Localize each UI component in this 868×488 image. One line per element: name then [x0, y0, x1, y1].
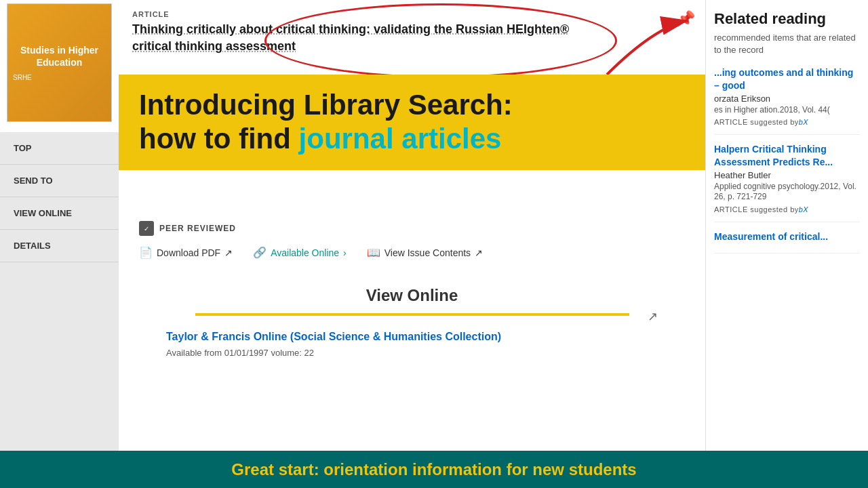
- bottom-banner: Great start: orientation information for…: [0, 451, 868, 488]
- related-item-title[interactable]: Measurement of critical...: [714, 230, 860, 243]
- article-title[interactable]: Thinking critically about critical think…: [132, 21, 573, 55]
- view-online-section: View Online ↗ Taylor & Francis Online (S…: [139, 279, 685, 364]
- peer-reviewed-badge: ✓ PEER REVIEWED: [139, 221, 685, 236]
- book-cover: Studies in Higher Education SRHE: [7, 3, 112, 122]
- related-item-title[interactable]: ...ing outcomes and al thinking – good: [714, 66, 860, 91]
- related-item-author: orzata Erikson: [714, 94, 860, 104]
- main-content: ARTICLE Thinking critically about critic…: [119, 0, 705, 451]
- related-item-author: Heather Butler: [714, 170, 860, 180]
- related-title: Related reading: [714, 10, 860, 28]
- view-online-title: View Online: [139, 286, 685, 305]
- provider-name[interactable]: Taylor & Francis Online (Social Science …: [166, 329, 658, 344]
- suggested-bx: bX: [799, 205, 808, 214]
- suggested-bx: bX: [799, 118, 808, 126]
- chain-icon: 🔗: [253, 246, 267, 259]
- action-links: 📄 Download PDF ↗ 🔗 Available Online › 📖 …: [139, 246, 685, 259]
- external-link-icon: ↗: [224, 247, 233, 258]
- related-item-title[interactable]: Halpern Critical Thinking Assessment Pre…: [714, 143, 860, 167]
- provider-availability: Available from 01/01/1997 volume: 22: [166, 348, 658, 358]
- right-sidebar: Related reading recommended items that a…: [705, 0, 868, 451]
- related-item-suggested: ARTICLE suggested bybX: [714, 118, 860, 126]
- related-item: Halpern Critical Thinking Assessment Pre…: [714, 143, 860, 222]
- external-link2-icon: ↗: [475, 247, 483, 258]
- article-area: ARTICLE Thinking critically about critic…: [119, 0, 705, 62]
- related-item: Measurement of critical...: [714, 230, 860, 253]
- available-online-link[interactable]: 🔗 Available Online ›: [253, 246, 347, 259]
- suggested-by-label: ARTICLE suggested by: [714, 205, 799, 214]
- online-provider: ↗ Taylor & Francis Online (Social Scienc…: [139, 329, 685, 357]
- yellow-banner-plain: how to find: [139, 123, 299, 155]
- content-below: ✓ PEER REVIEWED 📄 Download PDF ↗ 🔗 Avail…: [119, 211, 705, 374]
- article-type-badge: ARTICLE: [132, 10, 685, 18]
- pin-icon[interactable]: 📌: [677, 10, 695, 28]
- bottom-banner-text: Great start: orientation information for…: [231, 460, 636, 479]
- left-sidebar: Studies in Higher Education SRHE TOP SEN…: [0, 0, 119, 451]
- book-cover-title: Studies in Higher Education: [13, 44, 106, 68]
- chevron-right-icon: ›: [343, 247, 347, 258]
- related-item-suggested: ARTICLE suggested bybX: [714, 205, 860, 214]
- available-online-label: Available Online: [271, 247, 339, 258]
- yellow-banner-line2: how to find journal articles: [139, 122, 685, 156]
- related-item: ...ing outcomes and al thinking – good o…: [714, 66, 860, 135]
- nav-menu: TOP SEND TO VIEW ONLINE DETAILS: [0, 132, 119, 451]
- yellow-banner-line1: Introducing Library Search:: [139, 88, 685, 122]
- pdf-icon: 📄: [139, 246, 153, 259]
- provider-external-icon[interactable]: ↗: [648, 309, 658, 324]
- peer-reviewed-icon: ✓: [139, 221, 154, 236]
- peer-reviewed-label: PEER REVIEWED: [159, 224, 236, 233]
- book-cover-brand: SRHE: [13, 74, 32, 81]
- related-desc: recommended items that are related to th…: [714, 32, 860, 56]
- nav-item-view-online[interactable]: VIEW ONLINE: [0, 197, 119, 230]
- suggested-by-label: ARTICLE suggested by: [714, 118, 799, 126]
- download-pdf-link[interactable]: 📄 Download PDF ↗: [139, 246, 233, 259]
- view-issue-link[interactable]: 📖 View Issue Contents ↗: [367, 246, 483, 259]
- nav-item-top[interactable]: TOP: [0, 132, 119, 165]
- view-issue-label: View Issue Contents: [384, 247, 471, 258]
- related-item-journal: Applied cognitive psychology.2012, Vol. …: [714, 182, 860, 203]
- download-pdf-label: Download PDF: [157, 247, 220, 258]
- yellow-banner: Introducing Library Search: how to find …: [119, 75, 705, 170]
- related-item-journal: es in Higher ation.2018, Vol. 44(: [714, 105, 860, 116]
- nav-item-details[interactable]: DETAILS: [0, 230, 119, 262]
- yellow-banner-highlight: journal articles: [299, 123, 502, 155]
- yellow-divider: [195, 313, 629, 316]
- book-icon: 📖: [367, 246, 380, 259]
- nav-item-send-to[interactable]: SEND TO: [0, 165, 119, 197]
